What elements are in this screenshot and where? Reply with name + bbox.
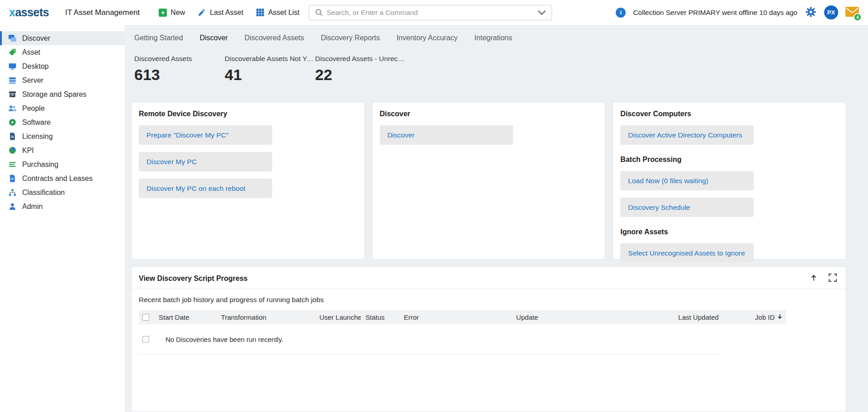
- sidebar-item-software[interactable]: Software: [0, 115, 125, 129]
- last-asset-button[interactable]: Last Asset: [198, 8, 243, 17]
- stats-row: Discovered Assets 613 Discoverable Asset…: [131, 55, 846, 84]
- discovery-jobs-table: Start Date Transformation User Launched …: [139, 310, 786, 355]
- discovery-schedule-button[interactable]: Discovery Schedule: [620, 198, 754, 217]
- sidebar-item-label: Asset: [22, 48, 40, 57]
- asset-list-label: Asset List: [268, 9, 299, 17]
- sidebar-item-licensing[interactable]: Licensing: [0, 129, 125, 143]
- asset-list-button[interactable]: Asset List: [256, 8, 299, 17]
- discovery-progress-panel: View Discovery Script Progress Recent ba…: [131, 266, 846, 412]
- load-now-button[interactable]: Load Now (0 files waiting): [620, 171, 754, 190]
- col-error[interactable]: Error: [399, 313, 512, 321]
- stat-value: 22: [315, 66, 406, 84]
- col-user-launched[interactable]: User Launched: [315, 313, 361, 321]
- edit-icon: [198, 8, 206, 17]
- sidebar-item-discover[interactable]: Discover: [0, 31, 125, 45]
- info-icon[interactable]: i: [616, 8, 626, 18]
- sort-desc-icon: [777, 313, 783, 321]
- command-search-box: [309, 5, 552, 20]
- sidebar-item-people[interactable]: People: [0, 101, 125, 115]
- logo-x: x: [9, 6, 15, 19]
- select-all-checkbox[interactable]: [142, 314, 149, 321]
- sidebar-item-label: People: [22, 104, 45, 113]
- discover-active-directory-button[interactable]: Discover Active Directory Computers: [620, 125, 754, 145]
- col-job-id[interactable]: Job ID: [750, 313, 786, 321]
- card-discover-computers: Discover Computers Discover Active Direc…: [613, 102, 846, 260]
- admin-person-icon: [8, 202, 17, 211]
- main-content: Getting Started Discover Discovered Asse…: [125, 25, 868, 412]
- gear-icon: [805, 6, 817, 19]
- storage-box-icon: [8, 90, 17, 99]
- asset-tag-icon: [8, 48, 17, 57]
- stat-value: 613: [134, 66, 225, 84]
- col-update[interactable]: Update: [512, 313, 674, 321]
- sidebar-item-label: KPI: [22, 147, 34, 155]
- desktop-icon: [8, 62, 17, 71]
- discover-button[interactable]: Discover: [380, 125, 513, 145]
- header-checkbox-cell: [139, 314, 154, 321]
- topbar-actions: + New Last Asset Asset List: [159, 8, 299, 17]
- card-title: Discover: [380, 110, 598, 118]
- stat-label: Discoverable Assets Not Yet...: [225, 55, 315, 63]
- sidebar-item-admin[interactable]: Admin: [0, 199, 125, 213]
- settings-button[interactable]: [805, 6, 817, 19]
- tab-inventory-accuracy[interactable]: Inventory Accuracy: [396, 34, 458, 42]
- table-empty-row: No Discoveries have been run recently.: [139, 324, 786, 354]
- contracts-doc-icon: [8, 174, 17, 183]
- new-button-label: New: [170, 9, 185, 17]
- people-icon: [8, 104, 17, 113]
- search-input[interactable]: [327, 9, 534, 17]
- licensing-doc-icon: [8, 132, 17, 141]
- chevron-down-icon[interactable]: [538, 8, 546, 17]
- sidebar-item-asset[interactable]: Asset: [0, 45, 125, 59]
- app-logo[interactable]: xassets: [9, 6, 49, 19]
- ignore-assets-heading: Ignore Assets: [620, 228, 839, 236]
- sidebar-item-label: Classification: [22, 189, 65, 197]
- server-icon: [8, 76, 17, 85]
- sidebar-item-purchasing[interactable]: Purchasing: [0, 157, 125, 171]
- last-asset-label: Last Asset: [210, 9, 243, 17]
- sidebar-item-server[interactable]: Server: [0, 73, 125, 87]
- discover-my-pc-reboot-button[interactable]: Discover My PC on each reboot: [139, 179, 272, 198]
- col-start-date[interactable]: Start Date: [154, 313, 217, 321]
- new-button[interactable]: + New: [159, 8, 185, 17]
- tab-discover[interactable]: Discover: [200, 34, 228, 42]
- panel-actions: [810, 274, 837, 283]
- tab-integrations[interactable]: Integrations: [474, 34, 512, 42]
- tab-getting-started[interactable]: Getting Started: [134, 34, 183, 42]
- tab-discovered-assets[interactable]: Discovered Assets: [245, 34, 304, 42]
- sidebar-item-label: Purchasing: [22, 161, 58, 169]
- panel-header: View Discovery Script Progress: [132, 267, 846, 289]
- scroll-top-button[interactable]: [810, 274, 818, 283]
- fullscreen-icon: [829, 274, 837, 283]
- stat-label: Discovered Assets - Unreco...: [315, 55, 406, 63]
- sidebar-item-kpi[interactable]: KPI: [0, 143, 125, 157]
- col-transformation[interactable]: Transformation: [217, 313, 315, 321]
- card-discover: Discover Discover: [372, 102, 606, 260]
- discover-icon: [8, 34, 17, 43]
- col-last-updated[interactable]: Last Updated: [674, 313, 750, 321]
- discover-my-pc-button[interactable]: Discover My PC: [139, 152, 272, 171]
- prepare-discover-my-pc-button[interactable]: Prepare "Discover My PC": [139, 125, 272, 145]
- plus-icon: +: [159, 9, 167, 17]
- sidebar-item-label: Desktop: [22, 62, 49, 71]
- avatar[interactable]: PX: [824, 5, 838, 19]
- sidebar-item-contracts-and-leases[interactable]: Contracts and Leases: [0, 171, 125, 185]
- table-header-row: Start Date Transformation User Launched …: [139, 310, 786, 324]
- software-icon: [8, 118, 17, 127]
- table-icon: [256, 8, 264, 17]
- sidebar-item-storage-and-spares[interactable]: Storage and Spares: [0, 87, 125, 101]
- card-remote-device-discovery: Remote Device Discovery Prepare "Discove…: [131, 102, 365, 260]
- col-status[interactable]: Status: [361, 313, 399, 321]
- topbar-right: i Collection Server PRIMARY went offline…: [616, 5, 859, 19]
- select-unrecognised-button[interactable]: Select Unrecognised Assets to Ignore: [620, 243, 754, 263]
- sidebar-item-classification[interactable]: Classification: [0, 185, 125, 199]
- tab-bar: Getting Started Discover Discovered Asse…: [131, 34, 846, 42]
- messages-button[interactable]: 4: [845, 7, 859, 19]
- row-checkbox[interactable]: [142, 336, 149, 343]
- batch-processing-heading: Batch Processing: [620, 156, 839, 164]
- sidebar-item-desktop[interactable]: Desktop: [0, 59, 125, 73]
- search-icon: [315, 8, 323, 17]
- sidebar: Discover Asset Desktop Server Storage an…: [0, 25, 125, 412]
- tab-discovery-reports[interactable]: Discovery Reports: [321, 34, 380, 42]
- expand-panel-button[interactable]: [829, 274, 837, 283]
